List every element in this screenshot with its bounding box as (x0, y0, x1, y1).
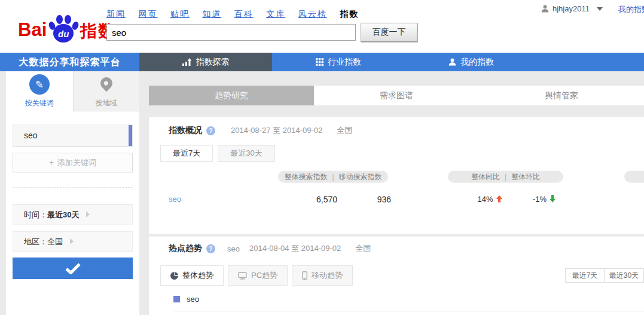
tab-demand-graph[interactable]: 需求图谱 (314, 86, 479, 105)
checkmark-icon (65, 263, 81, 274)
username[interactable]: hjhjay2011 (553, 4, 590, 13)
confirm-search-button[interactable] (13, 258, 133, 279)
navbar-tab-label: 我的指数 (460, 57, 494, 68)
navbar-tab-industry-index[interactable]: 行业指数 (272, 53, 405, 71)
my-index-link[interactable]: 我的指数 (618, 4, 644, 15)
dashed-divider (13, 187, 133, 188)
navbar-tab-index-explore[interactable]: 指数探索 (139, 53, 272, 71)
metric-label-yoy: 整体同比 (471, 172, 500, 181)
caret-down-icon[interactable] (597, 7, 603, 11)
primary-navbar: 大数据分享和探索平台 指数探索 行业指数 我的指数 (0, 53, 644, 71)
top-header: Bai du 指数 新闻 网页 贴吧 知道 百科 文库 风云榜 指数 百度一下 … (0, 0, 644, 53)
nav-link-news[interactable]: 新闻 (106, 9, 126, 19)
add-keyword-label: 添加关键词 (57, 158, 96, 168)
chart-legend: seo (173, 295, 199, 304)
tab-pc-trend[interactable]: PC趋势 (228, 265, 288, 286)
legend-color-swatch (173, 296, 180, 302)
sidebar-tab-label: 按关键词 (25, 98, 54, 108)
legend-label: seo (187, 295, 199, 304)
nav-link-wenku[interactable]: 文库 (266, 9, 285, 19)
down-arrow-icon (550, 195, 556, 202)
sidebar-tab-label: 按地域 (96, 98, 117, 108)
range-tab-last7days[interactable]: 最近7天 (160, 145, 213, 162)
baidu-paw-icon: du (48, 14, 79, 44)
help-icon[interactable]: ? (206, 244, 215, 253)
navbar-tab-my-index[interactable]: 我的指数 (405, 53, 538, 71)
row-keyword-link[interactable]: seo (169, 190, 181, 208)
add-keyword-button[interactable]: + 添加关键词 (13, 153, 133, 172)
region-filter-label: 地区： (24, 237, 47, 246)
search-input[interactable] (106, 24, 356, 41)
metric-label-overall-search: 整体搜索指数 (284, 172, 327, 181)
nav-link-baike[interactable]: 百科 (234, 9, 254, 19)
pie-chart-icon (170, 272, 178, 280)
baidu-search-button[interactable]: 百度一下 (361, 23, 417, 42)
overview-title: 指数概况 (169, 125, 202, 136)
keyword-label: seo (24, 131, 38, 140)
overview-date-range: 2014-08-27 至 2014-09-02 (231, 125, 322, 136)
metric-pill-partial (624, 171, 644, 183)
hot-trend-panel: 热点趋势 ? seo 2014-08-04 至 2014-09-02 全国 整体… (149, 237, 644, 315)
nav-link-fengyunbang[interactable]: 风云榜 (298, 9, 327, 19)
nav-link-web[interactable]: 网页 (138, 9, 157, 19)
up-arrow-icon (496, 195, 502, 202)
trend-range-last30days[interactable]: 最近30天 (605, 268, 644, 283)
baidu-index-logo[interactable]: Bai du 指数 (18, 14, 116, 44)
sidebar-mode-tabs: ✎ 按关键词 按地域 (6, 71, 139, 111)
top-nav: 新闻 网页 贴吧 知道 百科 文库 风云榜 指数 (106, 8, 369, 20)
map-pin-icon (96, 74, 117, 95)
sidebar-tab-by-region[interactable]: 按地域 (73, 71, 140, 111)
platform-slogan: 大数据分享和探索平台 (0, 53, 139, 71)
tab-sentiment-manager[interactable]: 舆情管家 (479, 86, 644, 105)
navbar-tab-label: 行业指数 (328, 57, 361, 68)
caret-right-icon (86, 211, 90, 217)
tab-overall-trend[interactable]: 整体趋势 (160, 265, 224, 286)
user-icon (541, 5, 549, 13)
overview-data-row: seo 6,570 936 14% -1% (149, 190, 644, 208)
keyword-series-color-bar (129, 125, 132, 146)
trend-tab-label: PC趋势 (251, 270, 277, 281)
time-filter[interactable]: 时间：最近30天 (13, 204, 133, 225)
mobile-phone-icon (302, 271, 307, 280)
user-area: hjhjay2011 (541, 4, 603, 13)
region-filter[interactable]: 地区：全国 (13, 231, 133, 252)
tab-mobile-trend[interactable]: 移动趋势 (292, 265, 353, 286)
trend-title: 热点趋势 (169, 243, 202, 254)
trend-range-buttons: 最近7天 最近30天 (565, 268, 644, 283)
pencil-icon: ✎ (29, 74, 50, 95)
grid-icon (316, 58, 323, 66)
plus-icon: + (49, 158, 54, 167)
nav-link-tieba[interactable]: 贴吧 (170, 9, 190, 19)
logo-bai-text: Bai (18, 16, 47, 44)
trend-range-last7days[interactable]: 最近7天 (565, 268, 605, 283)
help-icon[interactable]: ? (206, 126, 215, 135)
range-tab-last30days[interactable]: 最近30天 (218, 145, 274, 162)
mom-value: -1% (518, 190, 570, 208)
tab-trend-research[interactable]: 趋势研究 (149, 86, 314, 105)
trend-tab-label: 移动趋势 (312, 270, 343, 281)
mobile-search-index-value: 936 (346, 190, 391, 208)
overview-header: 指数概况 ? 2014-08-27 至 2014-09-02 全国 (169, 125, 352, 136)
sidebar-tab-by-keyword[interactable]: ✎ 按关键词 (6, 71, 73, 111)
trend-tab-label: 整体趋势 (182, 270, 213, 281)
sidebar: ✎ 按关键词 按地域 seo + 添加关键词 时间：最近30天 地区：全国 (6, 71, 139, 315)
nav-link-zhidao[interactable]: 知道 (202, 9, 221, 19)
overview-region: 全国 (337, 125, 352, 136)
nav-link-zhishu-current: 指数 (340, 9, 359, 19)
keyword-item[interactable]: seo (13, 125, 133, 147)
time-filter-value: 最近30天 (47, 210, 79, 219)
trend-view-tabs: 整体趋势 PC趋势 移动趋势 (160, 265, 357, 286)
main-section-tabs: 趋势研究 需求图谱 舆情管家 (149, 86, 644, 105)
trend-keyword: seo (227, 244, 240, 253)
overall-search-index-value: 6,570 (257, 190, 337, 208)
baidu-index-page: Bai du 指数 新闻 网页 贴吧 知道 百科 文库 风云榜 指数 百度一下 … (0, 0, 644, 315)
index-overview-panel: 指数概况 ? 2014-08-27 至 2014-09-02 全国 最近7天 最… (149, 117, 644, 234)
chart-top-border (173, 311, 644, 311)
metric-label-mobile-search: 移动搜索指数 (339, 172, 382, 181)
person-icon (448, 58, 456, 66)
metric-group-search-index: 整体搜索指数|移动搜索指数 (278, 171, 388, 183)
metric-group-comparison: 整体同比|整体环比 (448, 171, 563, 183)
yoy-value: 14% (463, 190, 517, 208)
pill-separator: | (500, 172, 511, 181)
trend-region: 全国 (355, 243, 371, 254)
